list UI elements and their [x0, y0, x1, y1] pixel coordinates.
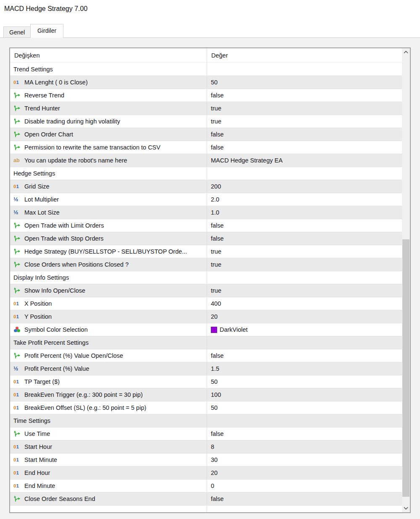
param-label: End Minute — [24, 480, 55, 492]
param-value-cell[interactable]: 2.0 — [207, 193, 402, 206]
param-value-cell[interactable]: 0 — [207, 480, 402, 492]
param-value-cell[interactable]: 100 — [207, 388, 402, 401]
section-row[interactable]: Hedge Settings — [10, 167, 402, 180]
scroll-up-button[interactable] — [402, 48, 410, 56]
param-value-cell[interactable]: 1.5 — [207, 362, 402, 375]
param-row[interactable]: Open Trade with Limit Ordersfalse — [10, 219, 402, 232]
param-value-cell[interactable] — [207, 271, 402, 284]
param-value: false — [211, 493, 224, 505]
param-row[interactable]: ½Profit Percent (%) Value1.5 — [10, 362, 402, 375]
vertical-scrollbar[interactable] — [402, 48, 410, 512]
param-value-cell[interactable]: true — [207, 245, 402, 258]
param-label: X Position — [24, 297, 52, 310]
param-value-cell[interactable]: true — [207, 102, 402, 115]
scroll-down-button[interactable] — [402, 504, 410, 512]
param-value-cell[interactable]: false — [207, 232, 402, 245]
param-value-cell[interactable]: false — [207, 427, 402, 440]
param-value-cell[interactable]: 50 — [207, 401, 402, 414]
section-row[interactable]: Display Info Settings — [10, 271, 402, 284]
param-value-cell[interactable]: true — [207, 258, 402, 271]
param-label: MA Lenght ( 0 is Close) — [24, 76, 88, 89]
param-label-cell: 01Start Minute — [10, 453, 207, 466]
param-value-cell[interactable]: true — [207, 115, 402, 128]
param-value-cell[interactable] — [207, 336, 402, 349]
param-row[interactable]: Use Timefalse — [10, 427, 402, 440]
param-row[interactable]: 01BreakEven Trigger (e.g.: 300 point = 3… — [10, 388, 402, 401]
ea-properties-dialog: MACD Hedge Strategy 7.00 Genel Girdiler … — [0, 0, 420, 519]
param-row[interactable]: 01X Position400 — [10, 297, 402, 310]
param-label-cell: Close Order Seasons End — [10, 493, 207, 505]
param-row[interactable]: Profit Percent (%) Value Open/Closefalse — [10, 349, 402, 362]
param-label-cell: Show Info Open/Close — [10, 284, 207, 297]
param-row[interactable]: 01Grid Size200 — [10, 180, 402, 193]
param-value-cell[interactable]: false — [207, 128, 402, 141]
param-value-cell[interactable]: 30 — [207, 453, 402, 466]
param-row[interactable]: 01TP Target ($)50 — [10, 375, 402, 388]
section-row[interactable]: Trend Settings — [10, 63, 402, 76]
tab-bar: Genel Girdiler — [0, 24, 420, 38]
integer-type-icon: 01 — [13, 482, 22, 489]
scrollbar-thumb[interactable] — [402, 239, 410, 497]
param-value-cell[interactable]: 200 — [207, 180, 402, 193]
param-value-cell[interactable]: false — [207, 349, 402, 362]
param-row[interactable]: abYou can update the robot's name hereMA… — [10, 154, 402, 167]
param-label: Y Position — [24, 310, 52, 323]
param-row[interactable]: Symbol Color SelectionDarkViolet — [10, 323, 402, 336]
param-value-cell[interactable] — [207, 167, 402, 180]
integer-type-icon: 01 — [13, 79, 22, 86]
param-value-cell[interactable]: false — [207, 89, 402, 102]
param-row[interactable]: 01MA Lenght ( 0 is Close)50 — [10, 76, 402, 89]
param-row[interactable]: Disable trading during high volatilitytr… — [10, 115, 402, 128]
param-value-cell[interactable]: 20 — [207, 310, 402, 323]
param-value-cell[interactable]: 8 — [207, 440, 402, 453]
section-row[interactable]: Time Settings — [10, 414, 402, 427]
param-row[interactable]: ½Max Lot Size1.0 — [10, 206, 402, 219]
param-label-cell: ½Profit Percent (%) Value — [10, 362, 207, 375]
integer-type-icon: 01 — [13, 183, 22, 190]
param-label-cell: Time Settings — [10, 414, 207, 427]
param-label: Trend Settings — [13, 63, 53, 76]
param-label: Close Orders when Positions Closed ? — [24, 258, 129, 271]
param-row[interactable]: ½Lot Multiplier2.0 — [10, 193, 402, 206]
section-row[interactable]: Take Profit Percent Settings — [10, 336, 402, 349]
param-row[interactable]: 01Y Position20 — [10, 310, 402, 323]
param-value-cell[interactable]: true — [207, 284, 402, 297]
param-label: BreakEven Offset (SL) (e.g.: 50 point = … — [24, 401, 146, 414]
tab-girdiler[interactable]: Girdiler — [30, 24, 63, 38]
param-row[interactable]: Show Info Open/Closetrue — [10, 284, 402, 297]
param-value-cell[interactable]: 50 — [207, 76, 402, 89]
param-row[interactable]: Close Order Seasons Endfalse — [10, 493, 402, 506]
param-value-cell[interactable]: 20 — [207, 467, 402, 479]
param-row[interactable]: Trend Huntertrue — [10, 102, 402, 115]
param-value-cell[interactable]: 50 — [207, 375, 402, 388]
param-value-cell[interactable]: false — [207, 141, 402, 154]
param-row[interactable]: 01BreakEven Offset (SL) (e.g.: 50 point … — [10, 401, 402, 414]
param-row[interactable]: 01End Minute0 — [10, 480, 402, 493]
param-label-cell: 01Y Position — [10, 310, 207, 323]
param-row[interactable]: Open Order Chartfalse — [10, 128, 402, 141]
param-row[interactable]: Permission to rewrite the same transacti… — [10, 141, 402, 154]
param-row[interactable]: Reverse Trendfalse — [10, 89, 402, 102]
param-label-cell: 01TP Target ($) — [10, 375, 207, 388]
param-row[interactable]: 01Start Minute30 — [10, 453, 402, 467]
param-value-cell[interactable]: false — [207, 219, 402, 232]
param-value-cell[interactable]: 1.0 — [207, 206, 402, 219]
color-swatch — [211, 327, 217, 333]
column-divider[interactable] — [207, 48, 207, 512]
param-value-cell[interactable] — [207, 63, 402, 76]
param-value-cell[interactable]: MACD Hedge Strategy EA — [207, 154, 402, 167]
tab-genel[interactable]: Genel — [3, 26, 31, 38]
param-row[interactable]: 01End Hour20 — [10, 467, 402, 480]
param-row[interactable]: Hedge Strategy (BUY/SELLSTOP - SELL/BUYS… — [10, 245, 402, 258]
param-value: false — [211, 349, 224, 362]
param-value: false — [211, 128, 224, 141]
param-value-cell[interactable] — [207, 414, 402, 427]
param-row[interactable]: Close Orders when Positions Closed ?true — [10, 258, 402, 271]
param-label: Show Info Open/Close — [24, 284, 85, 297]
param-value-cell[interactable]: 400 — [207, 297, 402, 310]
param-row[interactable]: 01Start Hour8 — [10, 440, 402, 453]
param-label: Trend Hunter — [24, 102, 60, 115]
param-row[interactable]: Open Trade with Stop Ordersfalse — [10, 232, 402, 245]
param-value-cell[interactable]: DarkViolet — [207, 323, 402, 336]
param-value-cell[interactable]: false — [207, 493, 402, 505]
